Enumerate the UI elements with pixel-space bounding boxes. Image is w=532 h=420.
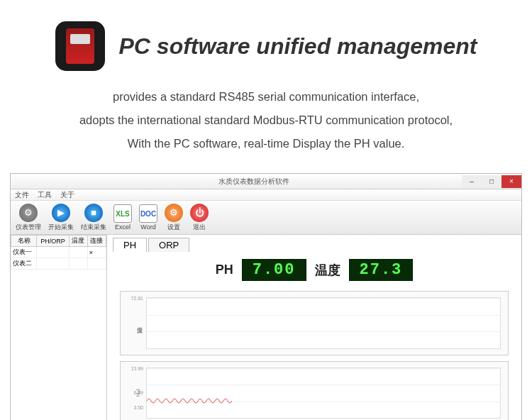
sidebar: 名称 PH/ORP 温度 连接 仪表一 × 仪表二 [11, 235, 107, 420]
readout-row: PH 7.00 温度 27.3 [113, 255, 516, 288]
description: provides a standard RS485 serial communi… [0, 78, 532, 173]
col-temp[interactable]: 温度 [69, 236, 87, 247]
tabs: PH ORP [113, 238, 516, 252]
main-panel: PH ORP PH 7.00 温度 27.3 湿度值 72.81 PH [107, 235, 521, 420]
desc-line-3: With the PC software, real-time Display … [28, 132, 504, 155]
settings-icon: ⚙ [165, 204, 183, 222]
minimize-button[interactable]: – [462, 175, 482, 188]
col-phorp[interactable]: PH/ORP [37, 236, 69, 247]
toolbar-stop[interactable]: ■结束采集 [79, 204, 109, 232]
app-window: 水质仪表数据分析软件 – □ × 文件 工具 关于 ⚙仪表管理 ▶开始采集 ■结… [10, 173, 522, 420]
table-row[interactable]: 仪表二 [11, 258, 106, 270]
menu-file[interactable]: 文件 [15, 190, 29, 200]
close-button[interactable]: × [501, 175, 521, 188]
toolbar-word[interactable]: DOCWord [137, 204, 160, 231]
stop-icon: ■ [84, 204, 103, 222]
toolbar-start[interactable]: ▶开始采集 [46, 204, 76, 232]
desc-line-2: adopts the international standard Modbus… [28, 109, 504, 132]
window-title: 水质仪表数据分析软件 [46, 177, 462, 187]
word-icon: DOC [139, 204, 157, 223]
col-conn[interactable]: 连接 [87, 236, 106, 247]
toolbar-excel[interactable]: XLSExcel [111, 204, 134, 231]
hero-title: PC software unified management [119, 33, 477, 60]
device-table[interactable]: 名称 PH/ORP 温度 连接 仪表一 × 仪表二 [11, 235, 106, 270]
excel-icon: XLS [113, 204, 132, 223]
tab-ph[interactable]: PH [113, 238, 147, 252]
toolbar-settings[interactable]: ⚙设置 [162, 204, 185, 232]
chart-temperature: 湿度值 72.81 [120, 291, 509, 355]
maximize-button[interactable]: □ [482, 175, 501, 188]
gear-icon: ⚙ [19, 204, 38, 222]
ph-label: PH [216, 262, 233, 277]
menu-about[interactable]: 关于 [60, 190, 74, 200]
tab-orp[interactable]: ORP [148, 238, 189, 252]
temp-value: 27.3 [349, 259, 414, 281]
toolbar-exit[interactable]: ⏻退出 [188, 204, 211, 232]
temp-label: 温度 [315, 262, 340, 279]
play-icon: ▶ [52, 204, 70, 222]
menu-tools[interactable]: 工具 [38, 190, 52, 200]
ph-value: 7.00 [242, 259, 306, 281]
chart-ph: PH 13.99 6.99 3.50 [120, 361, 509, 421]
desc-line-1: provides a standard RS485 serial communi… [28, 85, 504, 109]
menubar: 文件 工具 关于 [11, 189, 521, 201]
exit-icon: ⏻ [190, 204, 209, 222]
toolbar-device-mgmt[interactable]: ⚙仪表管理 [13, 204, 43, 232]
table-row[interactable]: 仪表一 × [11, 247, 106, 258]
ph-trace [147, 397, 232, 405]
app-logo-icon [55, 21, 105, 71]
titlebar[interactable]: 水质仪表数据分析软件 – □ × [11, 174, 521, 189]
toolbar: ⚙仪表管理 ▶开始采集 ■结束采集 XLSExcel DOCWord ⚙设置 ⏻… [11, 201, 521, 235]
col-name[interactable]: 名称 [11, 236, 37, 247]
